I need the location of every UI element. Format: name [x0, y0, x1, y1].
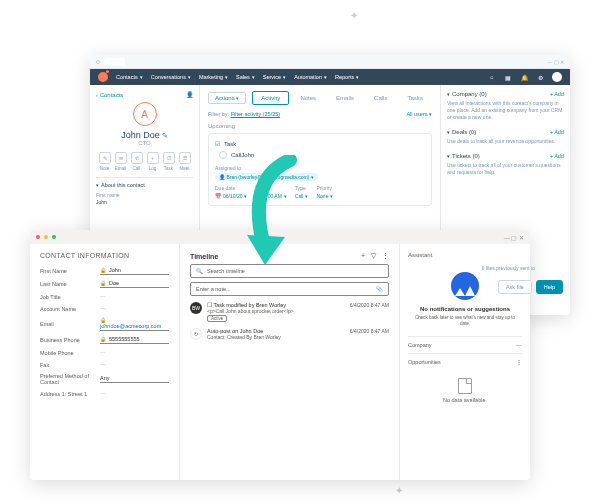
contact-avatar: A [133, 102, 157, 126]
field-value[interactable]: — [100, 293, 169, 300]
field-label: Fax [40, 362, 100, 368]
field-value[interactable]: 🔒johndoe@acmecorp.com [100, 317, 169, 331]
opportunities-section[interactable]: Opportunities⋮ [408, 353, 522, 370]
field-value[interactable]: — [100, 305, 169, 312]
priority-value[interactable]: None ▾ [316, 193, 333, 199]
type-label: Type [295, 185, 309, 191]
timeline-item[interactable]: ↻Auto-post on John DoeContact: Created B… [190, 328, 389, 340]
tickets-card-body: Use tickets to track all of your custome… [447, 162, 564, 176]
field-fax[interactable]: Fax— [40, 361, 169, 368]
field-value[interactable]: Any [100, 375, 169, 383]
nav-reports[interactable]: Reports ▾ [335, 74, 359, 80]
action-log[interactable]: +Log [147, 152, 159, 171]
field-preferred-method-of-contact[interactable]: Preferred Method of ContactAny [40, 373, 169, 385]
timeline-item-icon: BW [190, 302, 202, 314]
help-button[interactable]: Help [536, 280, 563, 294]
task-icon: ☑ [215, 140, 220, 147]
company-section[interactable]: Company⋯ [408, 336, 522, 353]
type-value[interactable]: Call ▾ [295, 193, 309, 199]
askfile-button[interactable]: Ask file [498, 280, 532, 294]
assigned-pill[interactable]: 👤 Bren (bworley@smartbugmedia.com) ▾ [215, 173, 318, 181]
contact-actions: ✎Note ✉Email ✆Call +Log ☑Task ☰Meet [96, 152, 193, 171]
action-meet[interactable]: ☰Meet [179, 152, 191, 171]
task-item[interactable]: CallJohn [215, 151, 425, 159]
field-last-name[interactable]: Last Name🔒Doe [40, 280, 169, 288]
company-card-body: View all interactions with this contact'… [447, 100, 564, 121]
field-address-street-[interactable]: Address 1: Street 1— [40, 390, 169, 397]
field-mobile-phone[interactable]: Mobile Phone— [40, 349, 169, 356]
field-value[interactable]: 🔒5555555555 [100, 336, 169, 344]
timeline-filter-icon[interactable]: ▽ [371, 252, 376, 260]
timeline-search[interactable]: 🔍 Search timeline [190, 264, 389, 278]
tab-notes[interactable]: Notes [291, 91, 325, 105]
task-checkbox[interactable] [219, 151, 227, 159]
field-email[interactable]: Email🔒johndoe@acmecorp.com [40, 317, 169, 331]
field-label: Account Name [40, 306, 100, 312]
nav-sales[interactable]: Sales ▾ [236, 74, 255, 80]
duetime-value[interactable]: 🕐 8:00 AM ▾ [255, 193, 286, 199]
field-value[interactable]: — [100, 361, 169, 368]
timeline-item[interactable]: BW☐ Task modified by Bren Worley<p>Call … [190, 302, 389, 322]
contact-name: John Doe✎ [96, 130, 193, 140]
nav-service[interactable]: Service ▾ [263, 74, 286, 80]
assigned-label: Assigned to [215, 165, 425, 171]
field-value[interactable]: — [100, 349, 169, 356]
field-label: Preferred Method of Contact [40, 373, 100, 385]
settings-icon[interactable]: ⚙ [536, 73, 544, 81]
marketplace-icon[interactable]: ▦ [504, 73, 512, 81]
edit-icon[interactable]: ✎ [162, 132, 168, 139]
field-business-phone[interactable]: Business Phone🔒5555555555 [40, 336, 169, 344]
field-account-name[interactable]: Account Name— [40, 305, 169, 312]
attach-icon[interactable]: 📎 [376, 286, 383, 292]
tickets-card-title[interactable]: ▾ Tickets (0) [447, 153, 480, 159]
nodata-text: No data available. [408, 397, 522, 403]
nav-marketing[interactable]: Marketing ▾ [199, 74, 228, 80]
field-label: Last Name [40, 281, 100, 287]
task-title: CallJohn [231, 152, 254, 158]
action-note[interactable]: ✎Note [99, 152, 111, 171]
duedate-label: Due date [215, 185, 247, 191]
action-task[interactable]: ☑Task [163, 152, 175, 171]
tab-activity[interactable]: Activity [252, 91, 289, 105]
nav-contacts[interactable]: Contacts ▾ [116, 74, 143, 80]
deals-card-title[interactable]: ▾ Deals (0) [447, 129, 476, 135]
about-section-header[interactable]: ▾ About this contact [96, 182, 193, 188]
timeline-item-time: 6/4/2020 8:47 AM [350, 328, 389, 340]
timeline-add-icon[interactable]: + [361, 252, 365, 260]
field-first-name[interactable]: First Name🔒John [40, 267, 169, 275]
notifications-icon[interactable]: 🔔 [520, 73, 528, 81]
task-header: Task [224, 141, 236, 147]
nav-conversations[interactable]: Conversations ▾ [151, 74, 191, 80]
lock-icon: 🔒 [100, 336, 106, 342]
field-value[interactable]: 🔒John [100, 267, 169, 275]
nav-automation[interactable]: Automation ▾ [294, 74, 327, 80]
field-value[interactable]: 🔒Doe [100, 280, 169, 288]
tab-tasks[interactable]: Tasks [398, 91, 431, 105]
tab-emails[interactable]: Emails [327, 91, 363, 105]
browser-tabbar: — ▢ ✕ [90, 55, 570, 69]
tab-calls[interactable]: Calls [365, 91, 396, 105]
action-email[interactable]: ✉Email [115, 152, 127, 171]
browser-tab[interactable] [104, 58, 125, 66]
lock-icon: 🔒 [100, 267, 106, 273]
company-card-title[interactable]: ▾ Company (0) [447, 91, 487, 97]
filter-link[interactable]: Filter activity (25/25) [231, 111, 281, 117]
actions-dropdown[interactable]: Actions ▾ [208, 92, 246, 104]
timeline-more-icon[interactable]: ⋮ [382, 252, 389, 260]
add-ticket[interactable]: + Add [550, 153, 564, 159]
user-avatar[interactable] [552, 72, 562, 82]
field-value[interactable]: — [100, 390, 169, 397]
all-users-dropdown[interactable]: All users ▾ [406, 111, 432, 117]
field-job-title[interactable]: Job Title— [40, 293, 169, 300]
action-call[interactable]: ✆Call [131, 152, 143, 171]
timeline-item-sub: <p>Call John about sprocket order</p> [207, 308, 345, 314]
hubspot-logo-icon [98, 72, 108, 82]
back-contacts[interactable]: ‹ Contacts 👤 [96, 91, 193, 98]
timeline-note-input[interactable]: Enter a note...📎 [190, 282, 389, 296]
duedate-value[interactable]: 📅 06/10/20 ▾ [215, 193, 247, 199]
firstname-value[interactable]: John [96, 199, 193, 205]
field-label: Address 1: Street 1 [40, 391, 100, 397]
add-company[interactable]: + Add [550, 91, 564, 97]
search-icon[interactable]: ⌕ [488, 73, 496, 81]
add-deal[interactable]: + Add [550, 129, 564, 135]
